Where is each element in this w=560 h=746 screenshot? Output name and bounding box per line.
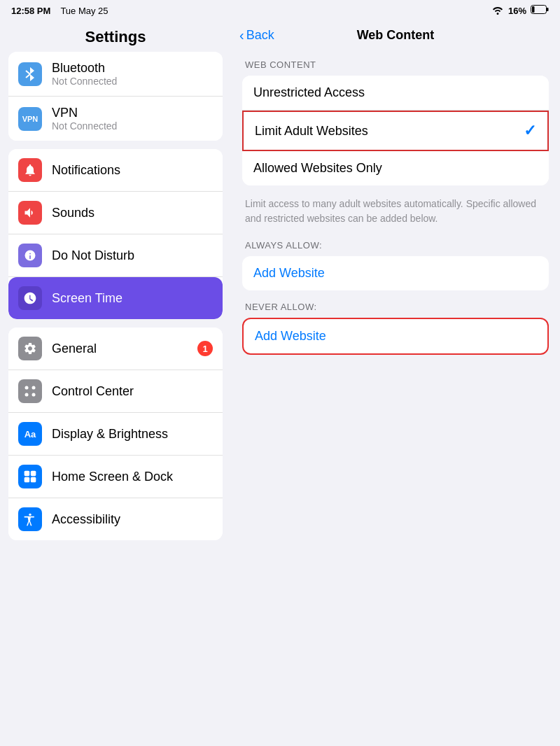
- svg-point-7: [25, 393, 29, 397]
- sidebar-title: Settings: [0, 21, 231, 52]
- add-website-always-button[interactable]: Add Website: [242, 256, 549, 290]
- option-limitadult[interactable]: Limit Adult Websites ✓: [242, 111, 549, 151]
- right-header: ‹ Back Web Content: [231, 21, 560, 48]
- checkmark-icon: ✓: [524, 122, 536, 140]
- donotdisturb-icon: [18, 244, 42, 267]
- sidebar-item-controlcenter[interactable]: Control Center: [8, 370, 223, 413]
- status-date: Tue May 25: [60, 6, 108, 16]
- option-limitadult-label: Limit Adult Websites: [255, 124, 524, 139]
- svg-point-13: [29, 514, 31, 516]
- display-label: Display & Brightness: [52, 427, 168, 442]
- sidebar: Settings Bluetooth Not Connected VPN VPN…: [0, 21, 231, 746]
- controlcenter-icon: [18, 379, 42, 403]
- sidebar-group-connectivity: Bluetooth Not Connected VPN VPN Not Conn…: [8, 52, 223, 141]
- vpn-label-group: VPN Not Connected: [52, 106, 117, 132]
- svg-rect-11: [24, 477, 30, 483]
- screentime-icon: [18, 286, 42, 310]
- webcontent-section-label: WEB CONTENT: [242, 59, 549, 70]
- vpn-icon: VPN: [18, 107, 42, 131]
- sidebar-item-sounds[interactable]: Sounds: [8, 192, 223, 234]
- always-allow-label: ALWAYS ALLOW:: [242, 240, 549, 251]
- svg-line-3: [26, 71, 30, 74]
- svg-rect-12: [31, 477, 36, 483]
- sounds-icon: [18, 201, 42, 225]
- sidebar-item-general[interactable]: General 1: [8, 328, 223, 370]
- svg-point-5: [25, 386, 29, 390]
- main-container: Settings Bluetooth Not Connected VPN VPN…: [0, 21, 560, 746]
- sidebar-item-vpn[interactable]: VPN VPN Not Connected: [8, 97, 223, 141]
- option-allowedonly-label: Allowed Websites Only: [253, 161, 538, 176]
- bluetooth-label: Bluetooth: [52, 61, 117, 76]
- sidebar-item-homescreen[interactable]: Home Screen & Dock: [8, 456, 223, 498]
- option-unrestricted[interactable]: Unrestricted Access: [242, 76, 549, 111]
- sidebar-group-system2: General 1 Control Center Aa Display & Br…: [8, 328, 223, 540]
- option-unrestricted-label: Unrestricted Access: [253, 85, 538, 100]
- right-panel: ‹ Back Web Content WEB CONTENT Unrestric…: [231, 21, 560, 746]
- add-website-never-button[interactable]: Add Website: [242, 318, 549, 355]
- status-right: 16%: [491, 5, 549, 17]
- bluetooth-icon: [18, 62, 42, 86]
- bluetooth-sublabel: Not Connected: [52, 76, 117, 87]
- sidebar-group-system1: Notifications Sounds Do Not Disturb Scre…: [8, 149, 223, 319]
- right-panel-title: Web Content: [357, 28, 435, 43]
- right-content: WEB CONTENT Unrestricted Access Limit Ad…: [231, 48, 560, 746]
- vpn-label: VPN: [52, 106, 117, 120]
- webcontent-options-group: Unrestricted Access Limit Adult Websites…: [242, 76, 549, 185]
- battery-percentage: 16%: [508, 6, 526, 16]
- accessibility-icon: [18, 507, 42, 531]
- accessibility-label: Accessibility: [52, 512, 120, 527]
- notifications-icon: [18, 158, 42, 182]
- controlcenter-label: Control Center: [52, 384, 134, 399]
- battery-icon: [531, 5, 549, 16]
- webcontent-description: Limit access to many adult websites auto…: [242, 197, 549, 226]
- back-button[interactable]: ‹ Back: [239, 27, 274, 43]
- donotdisturb-label: Do Not Disturb: [52, 248, 134, 263]
- sidebar-item-donotdisturb[interactable]: Do Not Disturb: [8, 234, 223, 277]
- svg-point-6: [32, 386, 36, 390]
- sounds-label: Sounds: [52, 206, 94, 220]
- svg-rect-2: [532, 6, 535, 13]
- status-time: 12:58 PM: [11, 6, 50, 16]
- general-label: General: [52, 342, 97, 356]
- general-badge: 1: [197, 341, 213, 356]
- back-chevron-icon: ‹: [239, 27, 244, 43]
- vpn-sublabel: Not Connected: [52, 120, 117, 132]
- back-label: Back: [246, 28, 274, 43]
- general-icon: [18, 337, 42, 360]
- option-allowedonly[interactable]: Allowed Websites Only: [242, 151, 549, 185]
- svg-rect-10: [31, 471, 36, 477]
- status-bar: 12:58 PM Tue May 25 16%: [0, 0, 560, 21]
- svg-rect-9: [24, 471, 30, 477]
- never-allow-label: NEVER ALLOW:: [242, 302, 549, 312]
- svg-rect-1: [547, 8, 549, 11]
- sidebar-item-screentime[interactable]: Screen Time: [8, 277, 223, 319]
- notifications-label: Notifications: [52, 163, 120, 178]
- screentime-label: Screen Time: [52, 291, 122, 306]
- bluetooth-label-group: Bluetooth Not Connected: [52, 61, 117, 87]
- sidebar-item-display[interactable]: Aa Display & Brightness: [8, 413, 223, 456]
- wifi-icon: [491, 5, 504, 17]
- sidebar-item-bluetooth[interactable]: Bluetooth Not Connected: [8, 52, 223, 97]
- homescreen-icon: [18, 465, 42, 488]
- display-icon: Aa: [18, 422, 42, 446]
- homescreen-label: Home Screen & Dock: [52, 470, 173, 484]
- svg-point-8: [32, 393, 36, 397]
- sidebar-item-notifications[interactable]: Notifications: [8, 149, 223, 192]
- sidebar-item-accessibility[interactable]: Accessibility: [8, 498, 223, 540]
- svg-line-4: [26, 74, 30, 78]
